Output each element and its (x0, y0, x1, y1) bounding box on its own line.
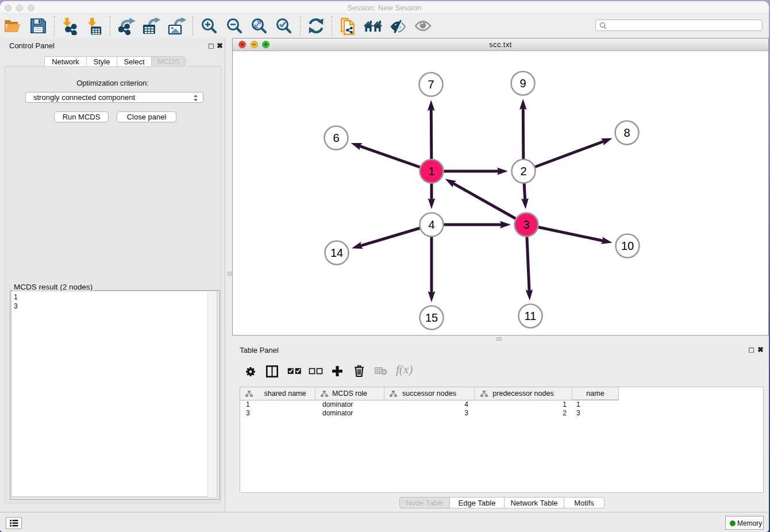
svg-text:14: 14 (330, 246, 343, 259)
svg-text:11: 11 (525, 310, 537, 322)
svg-text:7: 7 (428, 78, 434, 91)
svg-text:6: 6 (333, 132, 339, 144)
svg-text:15: 15 (425, 311, 438, 324)
svg-text:4: 4 (428, 218, 434, 231)
svg-text:10: 10 (621, 240, 634, 252)
svg-text:3: 3 (523, 218, 529, 231)
svg-text:1: 1 (428, 165, 434, 178)
svg-text:2: 2 (520, 165, 526, 178)
svg-text:8: 8 (623, 126, 630, 139)
svg-text:9: 9 (519, 77, 526, 90)
